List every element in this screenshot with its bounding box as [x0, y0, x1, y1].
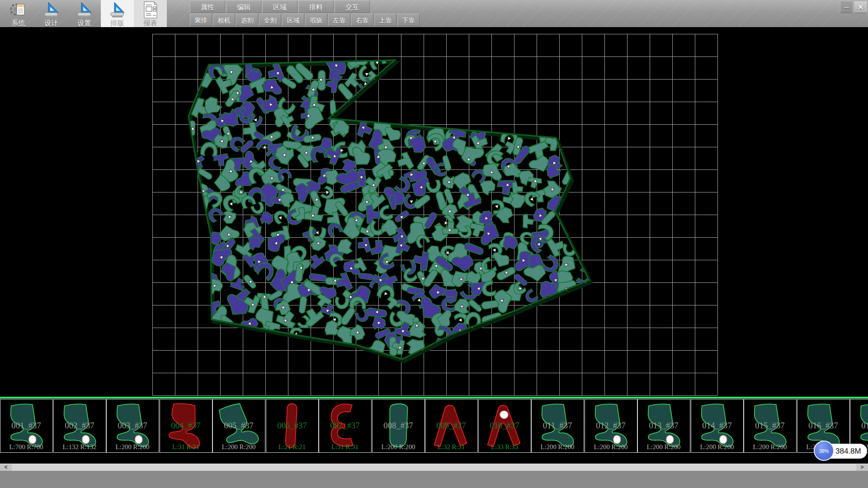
- part-thumbnail-012[interactable]: 012_#37L:200 R:200: [585, 399, 637, 453]
- window-controls: ─ ✕: [840, 1, 867, 13]
- part-shape-preview: 010_#37L:33 R:33: [479, 399, 531, 452]
- horizontal-scrollbar[interactable]: < >: [0, 464, 868, 471]
- launcher-button-label: 设计: [45, 19, 58, 27]
- nested-pieces: [188, 49, 594, 361]
- part-thumbnail-strip: 001_#37L:700 R:700002_#37L:132 R:132003_…: [0, 397, 868, 454]
- part-name: 014_#37: [702, 421, 731, 430]
- launcher-button-label: 排版: [111, 19, 124, 27]
- launcher-button-1[interactable]: 系统: [2, 0, 35, 27]
- part-lr-info: L:31 R:31: [331, 443, 359, 450]
- close-button[interactable]: ✕: [854, 1, 867, 13]
- part-lr-info: L:200 R:200: [753, 443, 787, 450]
- report-icon: [141, 1, 160, 19]
- part-name: 004_#37: [171, 421, 200, 430]
- part-name: 015_#37: [755, 421, 784, 430]
- part-lr-info: L:700 R:700: [9, 443, 43, 450]
- part-thumbnail-001[interactable]: 001_#37L:700 R:700: [0, 399, 53, 453]
- part-thumbnail-013[interactable]: 013_#37L:200 R:200: [637, 399, 690, 453]
- part-shape-preview: 004_#37L:31 R:31: [160, 399, 212, 452]
- part-thumbnail-004[interactable]: 004_#37L:31 R:31: [160, 399, 212, 453]
- part-thumbnail-011[interactable]: 011_#37L:200 R:200: [531, 399, 584, 453]
- minimize-button[interactable]: ─: [840, 1, 853, 13]
- part-lr-info: L:132 R:132: [62, 443, 96, 450]
- part-thumbnail-007[interactable]: 007_#37L:31 R:31: [319, 399, 372, 453]
- tool-button-bar: 聚排相机选割全割区域瑕疵左靠右靠上靠下靠: [190, 14, 420, 27]
- part-thumbnail-015[interactable]: 015_#37L:200 R:200: [744, 399, 797, 453]
- menu-tab-1[interactable]: 属性: [190, 0, 225, 13]
- part-lr-info: L:200 R:200: [116, 443, 150, 450]
- part-shape-preview: 001_#37L:700 R:700: [0, 399, 52, 452]
- part-name: 009_#37: [436, 421, 466, 430]
- part-name: 012_#37: [596, 421, 625, 430]
- part-shape-preview: 015_#37L:200 R:200: [744, 399, 796, 452]
- launcher-button-5[interactable]: 报表: [134, 0, 167, 27]
- tool-button-3[interactable]: 选割: [236, 14, 258, 26]
- part-thumbnail-008[interactable]: 008_#37L:200 R:200: [372, 399, 425, 453]
- set-square-icon: [75, 1, 94, 19]
- gear-icon: [9, 1, 28, 19]
- tool-button-6[interactable]: 瑕疵: [305, 14, 327, 26]
- nesting-canvas-area: [0, 27, 868, 397]
- menu-tab-bar: 属性编辑区域排料交互: [190, 0, 370, 13]
- part-lr-info: L:200 R:200: [647, 443, 681, 450]
- part-name: 013_#37: [649, 421, 678, 430]
- part-thumbnail-002[interactable]: 002_#37L:132 R:132: [53, 399, 106, 453]
- memory-value: 384.8M: [835, 444, 861, 459]
- menu-tab-2[interactable]: 编辑: [226, 0, 261, 13]
- tool-button-8[interactable]: 右靠: [351, 14, 373, 26]
- tool-button-5[interactable]: 区域: [282, 14, 304, 26]
- set-square-icon: [108, 1, 127, 19]
- part-name: 017_#37: [861, 421, 868, 430]
- launcher-button-label: 系统: [12, 19, 25, 27]
- part-name: 016_#37: [808, 421, 838, 430]
- part-lr-info: L:33 R:33: [491, 443, 518, 450]
- menu-tab-4[interactable]: 排料: [298, 0, 334, 13]
- menu-tab-5[interactable]: 交互: [335, 0, 370, 13]
- tool-button-10[interactable]: 下靠: [397, 14, 420, 26]
- usage-percent-value: 38%: [819, 448, 829, 454]
- part-thumbnail-list: 001_#37L:700 R:700002_#37L:132 R:132003_…: [0, 399, 868, 454]
- part-lr-info: L:200 R:200: [594, 443, 627, 450]
- part-lr-info: L:200 R:200: [700, 443, 734, 450]
- set-square-icon: [42, 1, 61, 19]
- part-shape-preview: 002_#37L:132 R:132: [54, 399, 106, 452]
- launcher-button-2[interactable]: 设计: [35, 0, 68, 27]
- usage-percent-circle: 38%: [814, 441, 834, 461]
- part-thumbnail-003[interactable]: 003_#37L:200 R:200: [106, 399, 159, 453]
- scroll-right-button[interactable]: >: [856, 464, 868, 471]
- part-name: 005_#37: [224, 421, 253, 430]
- strip-top-divider: [0, 397, 868, 399]
- scroll-left-button[interactable]: <: [0, 464, 12, 471]
- part-name: 007_#37: [330, 421, 359, 430]
- tool-button-9[interactable]: 上靠: [374, 14, 396, 26]
- part-lr-info: L:32 R:31: [438, 443, 465, 450]
- part-thumbnail-014[interactable]: 014_#37L:200 R:200: [691, 399, 744, 453]
- launcher-button-4[interactable]: 排版: [101, 0, 134, 27]
- launcher-button-3[interactable]: 设置: [68, 0, 101, 27]
- part-thumbnail-010[interactable]: 010_#37L:33 R:33: [478, 399, 531, 453]
- part-name: 008_#37: [383, 421, 413, 430]
- nesting-canvas[interactable]: [0, 27, 868, 397]
- launcher-button-label: 设置: [78, 19, 91, 27]
- part-shape-preview: 006_#37L:21 R:21: [266, 399, 318, 452]
- part-thumbnail-005[interactable]: 005_#37L:200 R:200: [212, 399, 265, 453]
- tool-button-4[interactable]: 全割: [259, 14, 281, 26]
- tool-button-7[interactable]: 左靠: [328, 14, 350, 26]
- part-thumbnail-009[interactable]: 009_#37L:32 R:31: [425, 399, 478, 453]
- part-thumbnail-006[interactable]: 006_#37L:21 R:21: [266, 399, 319, 453]
- tool-button-2[interactable]: 相机: [213, 14, 235, 26]
- part-shape-preview: 005_#37L:200 R:200: [213, 399, 265, 452]
- launcher-button-label: 报表: [144, 19, 157, 27]
- part-name: 002_#37: [65, 421, 94, 430]
- part-shape-preview: 008_#37L:200 R:200: [373, 399, 425, 452]
- menu-tab-3[interactable]: 区域: [262, 0, 297, 13]
- part-lr-info: L:200 R:200: [381, 443, 415, 450]
- part-name: 010_#37: [490, 421, 519, 430]
- part-lr-info: L:21 R:21: [278, 443, 305, 450]
- memory-usage-badge[interactable]: 384.8M 38%: [814, 441, 868, 462]
- part-shape-preview: 011_#37L:200 R:200: [532, 399, 584, 452]
- part-lr-info: L:200 R:200: [222, 443, 256, 450]
- part-shape-preview: 009_#37L:32 R:31: [425, 399, 477, 452]
- tool-button-1[interactable]: 聚排: [190, 14, 212, 26]
- part-shape-preview: 007_#37L:31 R:31: [319, 399, 371, 452]
